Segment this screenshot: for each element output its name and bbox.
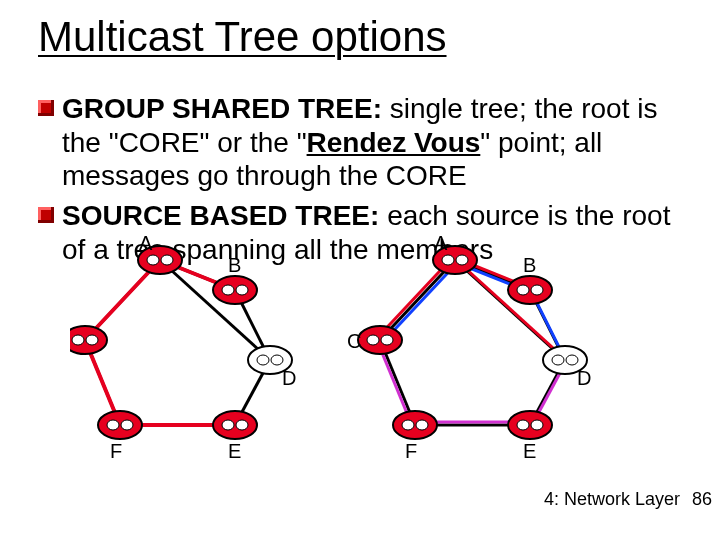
node-C: C <box>347 326 402 354</box>
svg-point-15 <box>222 285 234 295</box>
svg-point-58 <box>517 420 529 430</box>
svg-point-61 <box>402 420 414 430</box>
label-C: C <box>347 330 361 352</box>
bullet-marker-icon <box>38 207 54 223</box>
bullet-1-strong: GROUP SHARED TREE: <box>62 93 382 124</box>
slide: Multicast Tree options GROUP SHARED TREE… <box>0 0 720 540</box>
svg-point-28 <box>121 420 133 430</box>
svg-point-23 <box>213 411 257 439</box>
right-graph: A B C <box>347 232 591 460</box>
svg-point-22 <box>271 355 283 365</box>
svg-line-6 <box>160 260 270 360</box>
slide-title: Multicast Tree options <box>38 14 682 60</box>
label-A: A <box>434 232 448 254</box>
svg-point-55 <box>552 355 564 365</box>
svg-point-60 <box>393 411 437 439</box>
bullet-1: GROUP SHARED TREE: single tree; the root… <box>38 92 682 193</box>
svg-point-52 <box>367 335 379 345</box>
svg-point-57 <box>508 411 552 439</box>
node-A: A <box>138 232 182 274</box>
label-F: F <box>110 440 122 460</box>
svg-point-46 <box>442 255 454 265</box>
bullet-1-text: GROUP SHARED TREE: single tree; the root… <box>62 92 682 193</box>
svg-point-51 <box>358 326 402 354</box>
label-F: F <box>405 440 417 460</box>
svg-point-21 <box>257 355 269 365</box>
bullet-marker-icon <box>38 100 54 116</box>
left-graph: A B C <box>70 232 296 460</box>
label-D: D <box>282 367 296 389</box>
node-F: F <box>98 411 142 460</box>
bullet-1-rendezvous: Rendez Vous <box>307 127 481 158</box>
node-E: E <box>508 411 552 460</box>
svg-point-14 <box>213 276 257 304</box>
node-B: B <box>213 254 257 304</box>
svg-point-26 <box>98 411 142 439</box>
svg-point-59 <box>531 420 543 430</box>
node-E: E <box>213 411 257 460</box>
label-B: B <box>228 254 241 276</box>
svg-point-62 <box>416 420 428 430</box>
svg-point-47 <box>456 255 468 265</box>
page-number: 86 <box>678 489 720 510</box>
node-B: B <box>508 254 552 304</box>
footer-text: 4: Network Layer <box>544 489 680 510</box>
svg-point-19 <box>86 335 98 345</box>
svg-point-25 <box>236 420 248 430</box>
node-C: C <box>70 326 107 354</box>
label-E: E <box>228 440 241 460</box>
label-B: B <box>523 254 536 276</box>
svg-point-12 <box>147 255 159 265</box>
label-A: A <box>139 232 153 254</box>
node-A: A <box>433 232 477 274</box>
svg-line-38 <box>453 257 563 357</box>
multicast-diagrams: A B C <box>70 230 640 460</box>
diagram-container: A B C <box>70 230 640 460</box>
svg-point-24 <box>222 420 234 430</box>
node-D: D <box>543 346 591 389</box>
svg-point-48 <box>508 276 552 304</box>
node-D: D <box>248 346 296 389</box>
label-E: E <box>523 440 536 460</box>
svg-point-53 <box>381 335 393 345</box>
label-D: D <box>577 367 591 389</box>
svg-point-56 <box>566 355 578 365</box>
bullet-2-strong: SOURCE BASED TREE: <box>62 200 379 231</box>
svg-point-16 <box>236 285 248 295</box>
svg-point-27 <box>107 420 119 430</box>
svg-point-18 <box>72 335 84 345</box>
svg-point-13 <box>161 255 173 265</box>
node-F: F <box>393 411 437 460</box>
svg-point-49 <box>517 285 529 295</box>
svg-point-50 <box>531 285 543 295</box>
